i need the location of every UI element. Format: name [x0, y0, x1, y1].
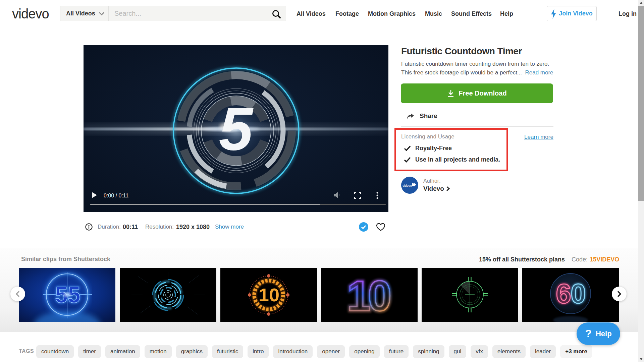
svg-text:5: 5: [219, 95, 254, 163]
svg-text:videvo: videvo: [402, 184, 412, 187]
svg-text:0: 0: [368, 272, 391, 320]
svg-text:1: 1: [347, 272, 371, 320]
svg-text:0:00 / 0:11: 0:00 / 0:11: [104, 193, 129, 198]
svg-text:10: 10: [259, 284, 279, 305]
svg-text:6: 6: [556, 278, 571, 309]
svg-text:0: 0: [571, 278, 586, 309]
